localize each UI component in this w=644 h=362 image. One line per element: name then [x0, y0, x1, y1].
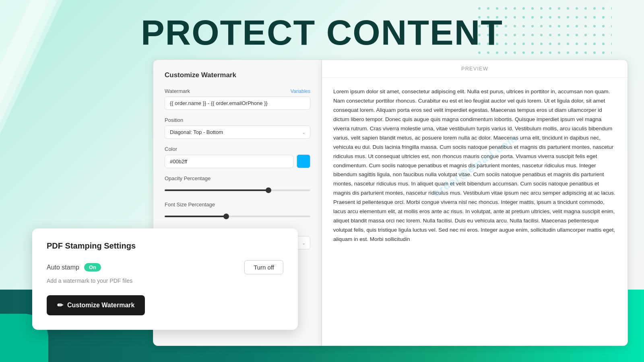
stamp-row: Auto stamp On Turn off: [47, 260, 283, 274]
preview-body-text: Lorem ipsum dolor sit amet, consectetur …: [333, 87, 616, 244]
customize-watermark-button[interactable]: ✏ Customize Watermark: [47, 295, 145, 315]
font-size-field-group: Font Size Percentage: [165, 202, 310, 220]
position-select-wrap: Diagonal: Top - Bottom ⌄: [165, 125, 310, 139]
customize-btn-icon: ✏: [57, 301, 63, 310]
color-swatch[interactable]: [297, 154, 310, 168]
position-select[interactable]: Diagonal: Top - Bottom: [165, 125, 310, 139]
watermark-field-group: Watermark Variables: [165, 88, 310, 110]
color-label: Color: [165, 146, 310, 152]
color-input-wrap: [165, 155, 293, 168]
watermark-label: Watermark Variables: [165, 88, 310, 94]
page-title: PROTECT CONTENT: [0, 12, 644, 53]
color-input[interactable]: [165, 155, 293, 168]
preview-panel: PREVIEW order@email.com Lorem ipsum dolo…: [322, 60, 628, 346]
stamp-label-row: Auto stamp On: [47, 263, 101, 272]
preview-header: PREVIEW: [322, 60, 627, 78]
auto-stamp-label: Auto stamp: [47, 264, 79, 271]
position-label: Position: [165, 117, 310, 123]
stamp-description: Add a watermark to your PDF files: [47, 278, 283, 284]
on-badge: On: [84, 263, 101, 272]
variables-link[interactable]: Variables: [291, 88, 310, 94]
watermark-input[interactable]: [165, 97, 310, 110]
color-row: [165, 154, 310, 168]
position-field-group: Position Diagonal: Top - Bottom ⌄: [165, 117, 310, 139]
font-size-slider[interactable]: [165, 216, 310, 217]
opacity-slider-wrap: [165, 184, 310, 194]
watermark-panel-title: Customize Watermark: [165, 71, 310, 79]
font-size-slider-wrap: [165, 210, 310, 220]
opacity-field-group: Opacity Percentage: [165, 175, 310, 194]
turn-off-button[interactable]: Turn off: [244, 260, 283, 274]
font-size-label: Font Size Percentage: [165, 202, 310, 208]
color-field-group: Color: [165, 146, 310, 168]
stamping-title: PDF Stamping Settings: [47, 241, 283, 251]
customize-btn-label: Customize Watermark: [67, 302, 134, 309]
opacity-label: Opacity Percentage: [165, 175, 310, 181]
stamping-card: PDF Stamping Settings Auto stamp On Turn…: [32, 228, 298, 330]
opacity-slider[interactable]: [165, 189, 310, 191]
preview-content: order@email.com Lorem ipsum dolor sit am…: [322, 78, 627, 254]
